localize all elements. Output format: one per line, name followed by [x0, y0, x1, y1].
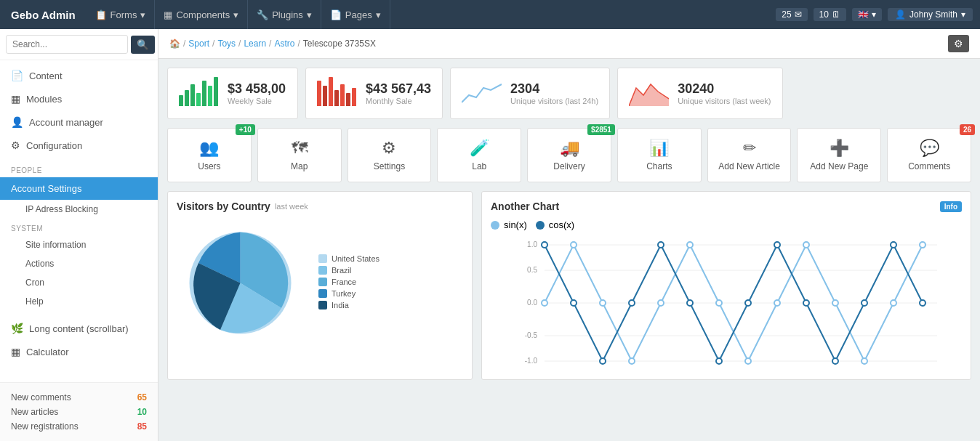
monthly-sale-card: $43 567,43 Monthly Sale [305, 68, 443, 119]
breadcrumb-learn[interactable]: Learn [244, 39, 266, 49]
messages-badge-count: 25 [782, 9, 791, 20]
svg-point-32 [716, 358, 722, 364]
sidebar-item-site-info[interactable]: Site information [0, 235, 158, 254]
weekly-sale-info: $3 458,00 Weekly Sale [228, 81, 286, 105]
svg-text:1.0: 1.0 [527, 240, 537, 248]
messages-badge[interactable]: 25 ✉ [776, 8, 807, 21]
home-icon[interactable]: 🏠 [169, 39, 180, 49]
legend-india-dot [318, 301, 327, 309]
sidebar-item-label: Configuration [26, 140, 82, 151]
search-button[interactable]: 🔍 [131, 36, 155, 54]
search-input[interactable] [6, 35, 128, 54]
visitors-24h-value: 2304 [510, 81, 598, 97]
breadcrumb-sep: / [238, 39, 241, 49]
settings-gear-button[interactable]: ⚙ [948, 35, 969, 52]
breadcrumb-bar: 🏠 / Sport / Toys / Learn / Astro / Teles… [158, 29, 980, 59]
quick-lab[interactable]: 🧪 Lab [437, 128, 521, 182]
nav-forms[interactable]: 📋 Forms ▾ [87, 0, 156, 29]
user-icon: 👤 [895, 9, 906, 20]
sidebar-item-content[interactable]: 📄 Content [0, 64, 158, 87]
legend-brazil: Brazil [318, 266, 379, 275]
messages-icon: ✉ [795, 9, 802, 20]
add-article-label: Add New Article [715, 161, 784, 171]
calendar-badge[interactable]: 10 🗓 [814, 8, 846, 21]
calc-icon: ▦ [11, 346, 20, 357]
sidebar-item-ip-blocking[interactable]: IP Adress Blocking [0, 200, 158, 219]
sidebar-item-calculator[interactable]: ▦ Calculator [0, 340, 158, 363]
ip-blocking-label: IP Adress Blocking [25, 204, 98, 214]
stat-label: New articles [11, 407, 58, 417]
quick-add-article[interactable]: ✏ Add New Article [707, 128, 792, 182]
visitors-24h-label: Unique visitors (last 24h) [510, 97, 598, 105]
nav-components[interactable]: ▦ Components ▾ [155, 0, 248, 29]
language-selector[interactable]: 🇬🇧 ▾ [852, 8, 882, 21]
sidebar-item-account-settings[interactable]: Account Settings [0, 177, 158, 200]
leaf-icon: 🌿 [11, 323, 23, 334]
line-chart-svg: 1.0 0.5 0.0 -0.5 -1.0 [491, 238, 962, 368]
svg-point-31 [687, 300, 693, 306]
visitors-week-value: 30240 [678, 81, 771, 97]
stat-new-articles: New articles 10 [11, 405, 147, 419]
quick-map[interactable]: 🗺 Map [257, 128, 342, 182]
svg-text:-0.5: -0.5 [525, 331, 538, 339]
user-menu[interactable]: 👤 Johny Smith ▾ [888, 8, 973, 21]
breadcrumb-astro[interactable]: Astro [274, 39, 294, 49]
long-content-label: Long content (scrollbar) [29, 323, 129, 334]
sin-dot [491, 221, 499, 230]
svg-point-13 [571, 242, 577, 248]
sidebar-item-long-content[interactable]: 🌿 Long content (scrollbar) [0, 317, 158, 340]
quick-delivery[interactable]: $2851 🚚 Delivery [527, 128, 611, 182]
sidebar-item-label: Account manager [29, 117, 103, 128]
svg-point-21 [803, 242, 809, 248]
quick-settings[interactable]: ⚙ Settings [348, 128, 432, 182]
breadcrumb-sport[interactable]: Sport [188, 39, 209, 49]
lab-icon: 🧪 [445, 139, 513, 158]
content-icon: 📄 [11, 70, 23, 81]
svg-point-17 [687, 242, 693, 248]
svg-point-34 [774, 242, 780, 248]
nav-plugins[interactable]: 🔧 Plugins ▾ [248, 0, 321, 29]
svg-point-37 [861, 300, 867, 306]
account-icon: 👤 [11, 116, 23, 128]
line-chart-section: Another Chart Info sin(x) cos(x) [481, 191, 971, 380]
flag-icon: 🇬🇧 [858, 9, 869, 20]
delivery-badge: $2851 [587, 124, 615, 135]
map-icon: 🗺 [265, 139, 334, 158]
stat-cards-row: $3 458,00 Weekly Sale [167, 68, 971, 119]
svg-point-29 [629, 300, 635, 306]
svg-point-35 [803, 300, 809, 306]
pie-legend: United States Brazil France [318, 254, 379, 312]
quick-comments[interactable]: 26 💬 Comments [887, 128, 971, 182]
breadcrumb-sep: / [297, 39, 300, 49]
line-chart-title: Another Chart Info [491, 201, 962, 212]
map-label: Map [265, 161, 334, 171]
svg-point-26 [542, 242, 547, 248]
sidebar-item-account-manager[interactable]: 👤 Account manager [0, 110, 158, 134]
quick-add-page[interactable]: ➕ Add New Page [797, 128, 881, 182]
breadcrumb-sep: / [183, 39, 185, 49]
svg-point-18 [716, 300, 722, 306]
chart-info-badge: Info [940, 201, 962, 212]
legend-turkey-dot [318, 289, 327, 298]
main-nav-section: 📄 Content ▦ Modules 👤 Account manager ⚙ … [0, 60, 158, 161]
sidebar-item-help[interactable]: Help [0, 292, 158, 311]
nav-pages[interactable]: 📄 Pages ▾ [321, 0, 390, 29]
visitors-week-chart [629, 77, 669, 110]
quick-charts[interactable]: 📊 Charts [617, 128, 702, 182]
legend-us: United States [318, 254, 379, 263]
visitors-24h-card: 2304 Unique visitors (last 24h) [450, 68, 610, 119]
legend-sin: sin(x) [491, 219, 527, 230]
sidebar-item-actions[interactable]: Actions [0, 254, 158, 273]
weekly-sale-value: $3 458,00 [228, 81, 286, 97]
breadcrumb-toys[interactable]: Toys [217, 39, 236, 49]
sidebar-item-configuration[interactable]: ⚙ Configuration [0, 134, 158, 157]
sidebar-item-cron[interactable]: Cron [0, 273, 158, 292]
sidebar-item-modules[interactable]: ▦ Modules [0, 87, 158, 110]
charts-icon: 📊 [625, 139, 694, 158]
svg-point-28 [600, 358, 606, 364]
quick-users[interactable]: +10 👥 Users [167, 128, 252, 182]
nav-right: 25 ✉ 10 🗓 🇬🇧 ▾ 👤 Johny Smith ▾ [776, 8, 973, 21]
legend-india: India [318, 301, 379, 309]
svg-point-22 [832, 300, 838, 306]
monthly-sale-value: $43 567,43 [366, 81, 431, 97]
